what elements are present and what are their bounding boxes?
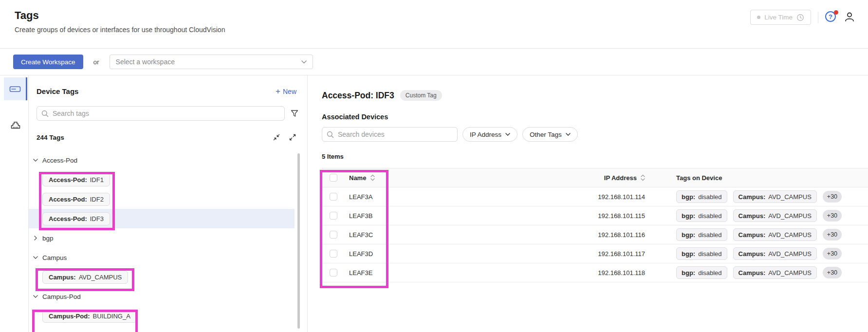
new-tag-button[interactable]: + New [276,88,296,95]
device-ip: 192.168.101.116 [569,231,647,239]
tag-key: bgp: [682,250,695,258]
tag-key: bgp: [682,269,695,277]
more-tags-pill[interactable]: +30 [823,248,842,259]
more-tags-pill[interactable]: +30 [823,191,842,203]
tag-group-label: Campus [42,254,67,261]
table-row[interactable]: LEAF3C 192.168.101.116 bgp: disabled Cam… [322,225,868,244]
search-tags-input[interactable] [37,106,285,121]
row-checkbox[interactable] [330,231,337,239]
tag-group-row[interactable]: bgp [29,228,295,248]
live-time-label: Live Time [764,14,793,21]
device-tag-pill[interactable]: Campus: AVD_CAMPUS [733,209,817,222]
rail-item-interface-tags[interactable] [4,113,27,136]
device-search-row [322,127,458,142]
row-checkbox[interactable] [330,250,337,258]
tag-group-label: bgp [42,235,54,242]
collapse-all-icon[interactable] [273,133,280,141]
tag-value: IDF1 [90,176,104,184]
ip-column-header[interactable]: IP Address [569,174,647,182]
chevron-down-icon [301,60,307,64]
tag-key: Access-Pod: [49,215,87,222]
tags-page: Tags Create groups of devices or interfa… [0,0,868,332]
interface-port-icon [10,121,21,129]
tag-pill[interactable]: Access-Pod: IDF2 [42,193,110,206]
name-column-header[interactable]: Name [345,174,569,182]
tag-pill[interactable]: Access-Pod: IDF3 [42,212,110,225]
row-checkbox[interactable] [330,193,337,201]
device-ip: 192.168.101.114 [569,193,647,201]
device-tags-cell: bgp: disabled Campus: AVD_CAMPUS +30 [676,266,868,279]
tag-value: AVD_CAMPUS [768,231,812,239]
tags-column-label: Tags on Device [676,174,722,182]
device-tag-pill[interactable]: Campus: AVD_CAMPUS [733,247,817,260]
tag-pill[interactable]: Access-Pod: IDF1 [42,173,110,186]
tag-value: disabled [698,212,721,220]
device-ip: 192.168.101.118 [569,269,647,277]
device-name: LEAF3E [345,269,569,277]
device-tags-cell: bgp: disabled Campus: AVD_CAMPUS +30 [676,228,868,241]
create-workspace-button[interactable]: Create Workspace [13,55,83,69]
tag-pill[interactable]: Campus-Pod: BUILDING_A [42,310,137,323]
chevron-icon[interactable] [33,237,38,240]
workspace-select[interactable]: Select a workspace [110,55,313,69]
more-tags-pill[interactable]: +30 [823,229,842,240]
device-name: LEAF3B [345,212,569,220]
help-button[interactable]: ? [825,11,837,23]
sort-icon[interactable] [370,174,375,181]
page-header: Tags Create groups of devices or interfa… [0,0,868,49]
table-header-row: Name IP Address [322,168,868,187]
live-time-button[interactable]: Live Time [750,10,811,25]
device-name: LEAF3C [345,231,569,239]
row-checkbox[interactable] [330,212,337,220]
device-ip: 192.168.101.115 [569,212,647,220]
search-devices-input[interactable] [322,127,458,142]
row-checkbox[interactable] [330,269,337,277]
table-row[interactable]: LEAF3D 192.168.101.117 bgp: disabled Cam… [322,244,868,263]
tag-row[interactable]: Campus-Pod: BUILDING_A [29,306,295,326]
device-tag-pill[interactable]: Campus: AVD_CAMPUS [733,228,817,241]
device-tag-pill[interactable]: bgp: disabled [676,190,727,203]
tag-row[interactable]: Access-Pod: IDF3 [29,209,295,228]
device-tag-pill[interactable]: bgp: disabled [676,209,727,222]
page-title: Tags [15,9,225,22]
sidebar-scrollbar[interactable] [297,153,300,329]
filter-funnel-icon[interactable] [291,110,298,117]
device-tag-pill[interactable]: bgp: disabled [676,228,727,241]
tag-key: bgp: [682,212,695,220]
device-tag-pill[interactable]: Campus: AVD_CAMPUS [733,190,817,203]
chevron-down-icon [505,133,510,136]
device-tag-pill[interactable]: bgp: disabled [676,247,727,260]
tag-row[interactable]: Campus: AVD_CAMPUS [29,267,295,287]
tag-group-row[interactable]: Access-Pod [29,150,295,170]
tag-value: disabled [698,269,721,277]
row-checkbox-cell [322,269,345,277]
table-body: LEAF3A 192.168.101.114 bgp: disabled Cam… [322,187,868,282]
tag-group-row[interactable]: Campus [29,248,295,267]
device-tag-pill[interactable]: Campus: AVD_CAMPUS [733,266,817,279]
more-tags-pill[interactable]: +30 [823,267,842,278]
select-all-checkbox[interactable] [330,174,337,182]
tag-row[interactable]: Access-Pod: IDF2 [29,189,295,209]
chevron-icon[interactable] [33,295,38,298]
chevron-icon[interactable] [33,159,38,162]
tag-group-label: Campus-Pod [42,293,81,300]
more-tags-pill[interactable]: +30 [823,210,842,221]
other-tags-filter[interactable]: Other Tags [522,127,578,142]
tag-key: Campus: [739,193,766,201]
user-profile-icon[interactable] [844,11,855,23]
tag-group-row[interactable]: Campus-Pod [29,287,295,306]
device-tag-pill[interactable]: bgp: disabled [676,266,727,279]
table-row[interactable]: LEAF3E 192.168.101.118 bgp: disabled Cam… [322,263,868,282]
tag-row[interactable]: Access-Pod: IDF1 [29,170,295,189]
device-tags-cell: bgp: disabled Campus: AVD_CAMPUS +30 [676,190,868,203]
sort-icon[interactable] [641,174,645,181]
expand-all-icon[interactable] [289,133,296,141]
table-row[interactable]: LEAF3B 192.168.101.115 bgp: disabled Cam… [322,206,868,225]
table-row[interactable]: LEAF3A 192.168.101.114 bgp: disabled Cam… [322,187,868,206]
ip-address-filter[interactable]: IP Address [462,127,517,142]
tag-pill[interactable]: Campus: AVD_CAMPUS [42,271,128,284]
rail-item-device-tags[interactable] [4,77,27,100]
or-label: or [93,58,99,66]
chevron-icon[interactable] [33,256,38,259]
associated-devices-title: Associated Devices [322,113,868,121]
